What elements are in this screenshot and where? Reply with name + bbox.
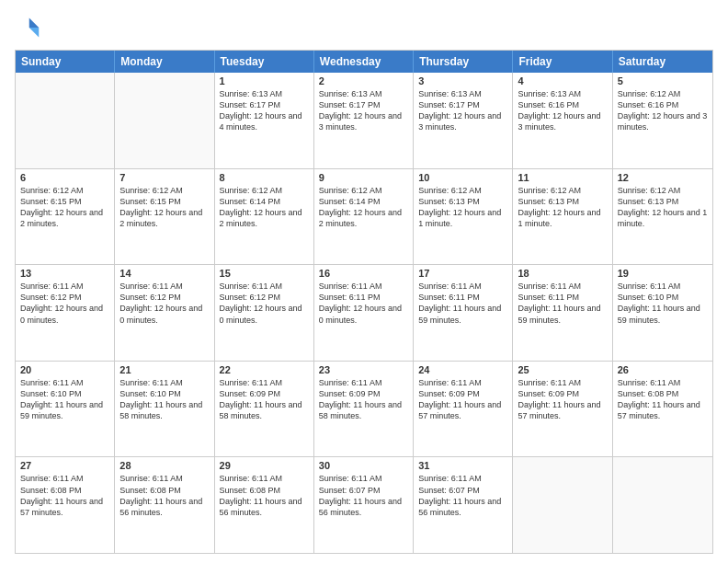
day-number: 18	[518, 268, 607, 279]
calendar-cell	[16, 73, 115, 168]
header-cell-saturday: Saturday	[613, 51, 712, 73]
calendar-row-3: 20Sunrise: 6:11 AMSunset: 6:10 PMDayligh…	[16, 361, 712, 457]
header-cell-wednesday: Wednesday	[314, 51, 414, 73]
calendar-cell: 18Sunrise: 6:11 AMSunset: 6:11 PMDayligh…	[513, 265, 612, 361]
calendar-cell: 3Sunrise: 6:13 AMSunset: 6:17 PMDaylight…	[414, 73, 513, 168]
cell-info: Sunrise: 6:11 AMSunset: 6:12 PMDaylight:…	[20, 281, 109, 326]
header-cell-monday: Monday	[115, 51, 214, 73]
day-number: 31	[418, 460, 507, 471]
day-number: 8	[220, 172, 309, 183]
header-cell-friday: Friday	[513, 51, 612, 73]
calendar-cell: 6Sunrise: 6:12 AMSunset: 6:15 PMDaylight…	[16, 169, 115, 265]
calendar-cell: 15Sunrise: 6:11 AMSunset: 6:12 PMDayligh…	[215, 265, 314, 361]
cell-info: Sunrise: 6:11 AMSunset: 6:09 PMDaylight:…	[220, 377, 309, 422]
cell-info: Sunrise: 6:11 AMSunset: 6:11 PMDaylight:…	[518, 281, 607, 326]
day-number: 10	[418, 172, 507, 183]
day-number: 29	[220, 460, 309, 471]
calendar-header: SundayMondayTuesdayWednesdayThursdayFrid…	[16, 51, 712, 73]
day-number: 19	[618, 268, 708, 279]
cell-info: Sunrise: 6:12 AMSunset: 6:16 PMDaylight:…	[618, 88, 708, 133]
calendar-body: 1Sunrise: 6:13 AMSunset: 6:17 PMDaylight…	[16, 73, 712, 553]
cell-info: Sunrise: 6:11 AMSunset: 6:08 PMDaylight:…	[618, 377, 708, 422]
day-number: 24	[418, 364, 507, 375]
day-number: 12	[618, 172, 708, 183]
day-number: 5	[618, 75, 708, 86]
day-number: 11	[518, 172, 607, 183]
cell-info: Sunrise: 6:13 AMSunset: 6:17 PMDaylight:…	[319, 88, 408, 133]
cell-info: Sunrise: 6:12 AMSunset: 6:15 PMDaylight:…	[119, 185, 209, 230]
calendar-cell: 27Sunrise: 6:11 AMSunset: 6:08 PMDayligh…	[16, 457, 115, 553]
day-number: 21	[119, 364, 209, 375]
calendar: SundayMondayTuesdayWednesdayThursdayFrid…	[15, 50, 713, 554]
day-number: 1	[220, 75, 309, 86]
calendar-row-4: 27Sunrise: 6:11 AMSunset: 6:08 PMDayligh…	[16, 456, 712, 553]
calendar-cell: 8Sunrise: 6:12 AMSunset: 6:14 PMDaylight…	[215, 169, 314, 265]
cell-info: Sunrise: 6:12 AMSunset: 6:13 PMDaylight:…	[418, 185, 507, 230]
calendar-cell: 30Sunrise: 6:11 AMSunset: 6:07 PMDayligh…	[314, 457, 414, 553]
cell-info: Sunrise: 6:11 AMSunset: 6:07 PMDaylight:…	[418, 473, 507, 518]
day-number: 15	[220, 268, 309, 279]
cell-info: Sunrise: 6:13 AMSunset: 6:17 PMDaylight:…	[220, 88, 309, 133]
cell-info: Sunrise: 6:11 AMSunset: 6:10 PMDaylight:…	[20, 377, 109, 422]
header	[15, 15, 713, 40]
day-number: 28	[119, 460, 209, 471]
cell-info: Sunrise: 6:12 AMSunset: 6:13 PMDaylight:…	[518, 185, 607, 230]
calendar-cell: 17Sunrise: 6:11 AMSunset: 6:11 PMDayligh…	[414, 265, 513, 361]
cell-info: Sunrise: 6:12 AMSunset: 6:13 PMDaylight:…	[618, 185, 708, 230]
day-number: 4	[518, 75, 607, 86]
day-number: 14	[119, 268, 209, 279]
cell-info: Sunrise: 6:11 AMSunset: 6:10 PMDaylight:…	[618, 281, 708, 326]
day-number: 2	[319, 75, 408, 86]
calendar-cell: 23Sunrise: 6:11 AMSunset: 6:09 PMDayligh…	[314, 362, 414, 457]
calendar-cell: 25Sunrise: 6:11 AMSunset: 6:09 PMDayligh…	[513, 362, 612, 457]
cell-info: Sunrise: 6:12 AMSunset: 6:15 PMDaylight:…	[20, 185, 109, 230]
calendar-cell	[513, 457, 612, 553]
cell-info: Sunrise: 6:11 AMSunset: 6:12 PMDaylight:…	[119, 281, 209, 326]
cell-info: Sunrise: 6:11 AMSunset: 6:09 PMDaylight:…	[418, 377, 507, 422]
day-number: 7	[119, 172, 209, 183]
calendar-cell: 28Sunrise: 6:11 AMSunset: 6:08 PMDayligh…	[115, 457, 214, 553]
header-cell-tuesday: Tuesday	[215, 51, 314, 73]
calendar-cell: 24Sunrise: 6:11 AMSunset: 6:09 PMDayligh…	[414, 362, 513, 457]
cell-info: Sunrise: 6:11 AMSunset: 6:07 PMDaylight:…	[319, 473, 408, 518]
calendar-cell: 16Sunrise: 6:11 AMSunset: 6:11 PMDayligh…	[314, 265, 414, 361]
calendar-cell: 14Sunrise: 6:11 AMSunset: 6:12 PMDayligh…	[115, 265, 214, 361]
cell-info: Sunrise: 6:11 AMSunset: 6:09 PMDaylight:…	[518, 377, 607, 422]
calendar-cell: 19Sunrise: 6:11 AMSunset: 6:10 PMDayligh…	[613, 265, 712, 361]
day-number: 22	[220, 364, 309, 375]
calendar-cell: 12Sunrise: 6:12 AMSunset: 6:13 PMDayligh…	[613, 169, 712, 265]
calendar-cell: 20Sunrise: 6:11 AMSunset: 6:10 PMDayligh…	[16, 362, 115, 457]
cell-info: Sunrise: 6:13 AMSunset: 6:17 PMDaylight:…	[418, 88, 507, 133]
day-number: 9	[319, 172, 408, 183]
day-number: 25	[518, 364, 607, 375]
day-number: 16	[319, 268, 408, 279]
cell-info: Sunrise: 6:11 AMSunset: 6:08 PMDaylight:…	[119, 473, 209, 518]
calendar-cell: 7Sunrise: 6:12 AMSunset: 6:15 PMDaylight…	[115, 169, 214, 265]
header-cell-thursday: Thursday	[414, 51, 513, 73]
logo-icon	[15, 15, 40, 40]
logo	[15, 15, 44, 40]
svg-marker-1	[29, 28, 40, 38]
calendar-row-2: 13Sunrise: 6:11 AMSunset: 6:12 PMDayligh…	[16, 264, 712, 361]
day-number: 17	[418, 268, 507, 279]
day-number: 26	[618, 364, 708, 375]
header-cell-sunday: Sunday	[16, 51, 115, 73]
svg-marker-0	[29, 18, 40, 29]
calendar-cell: 22Sunrise: 6:11 AMSunset: 6:09 PMDayligh…	[215, 362, 314, 457]
calendar-cell	[613, 457, 712, 553]
day-number: 27	[20, 460, 109, 471]
day-number: 30	[319, 460, 408, 471]
calendar-cell: 2Sunrise: 6:13 AMSunset: 6:17 PMDaylight…	[314, 73, 414, 168]
calendar-row-0: 1Sunrise: 6:13 AMSunset: 6:17 PMDaylight…	[16, 73, 712, 168]
cell-info: Sunrise: 6:11 AMSunset: 6:08 PMDaylight:…	[20, 473, 109, 518]
cell-info: Sunrise: 6:12 AMSunset: 6:14 PMDaylight:…	[319, 185, 408, 230]
day-number: 3	[418, 75, 507, 86]
day-number: 20	[20, 364, 109, 375]
calendar-cell: 29Sunrise: 6:11 AMSunset: 6:08 PMDayligh…	[215, 457, 314, 553]
day-number: 6	[20, 172, 109, 183]
calendar-cell: 10Sunrise: 6:12 AMSunset: 6:13 PMDayligh…	[414, 169, 513, 265]
cell-info: Sunrise: 6:11 AMSunset: 6:09 PMDaylight:…	[319, 377, 408, 422]
calendar-cell	[115, 73, 214, 168]
cell-info: Sunrise: 6:11 AMSunset: 6:11 PMDaylight:…	[418, 281, 507, 326]
cell-info: Sunrise: 6:11 AMSunset: 6:10 PMDaylight:…	[119, 377, 209, 422]
